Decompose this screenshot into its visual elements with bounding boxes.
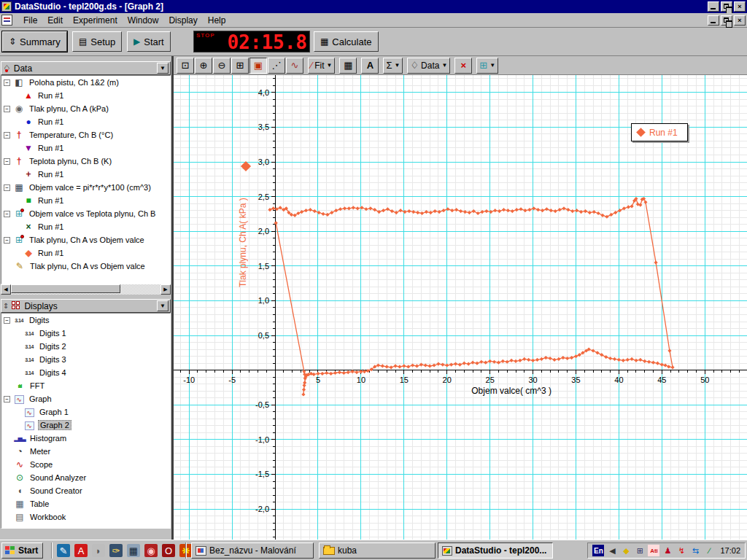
data-item-poloha-pistu-ch-1-2-m-[interactable]: −◧Poloha pistu, Ch 1&2 (m) bbox=[1, 76, 170, 89]
display-item-graph-2[interactable]: ∿Graph 2 bbox=[1, 419, 170, 432]
close-button[interactable]: × bbox=[734, 1, 746, 12]
slope-tool-button[interactable]: ⋰ bbox=[268, 58, 285, 74]
hscroll-track[interactable] bbox=[11, 284, 160, 295]
run1-data-points[interactable] bbox=[268, 197, 674, 397]
menu-display[interactable]: Display bbox=[163, 13, 202, 28]
hscroll-left-button[interactable]: ◀ bbox=[1, 284, 11, 295]
menu-edit[interactable]: Edit bbox=[42, 13, 68, 28]
quicklaunch-notes-icon[interactable]: ✎ bbox=[57, 544, 70, 557]
quicklaunch-opera-icon[interactable]: O bbox=[162, 544, 175, 557]
calculate-button[interactable]: ▦ Calculate bbox=[314, 31, 379, 52]
data-item-tlak-plynu-ch-a-kpa-[interactable]: −◉Tlak plynu, Ch A (kPa) bbox=[1, 102, 170, 115]
display-item-digits[interactable]: −3.14Digits bbox=[1, 314, 170, 327]
curve-note-button[interactable]: ∿ bbox=[286, 58, 303, 74]
restore-button[interactable] bbox=[721, 1, 732, 12]
graph-settings-dropdown[interactable]: ⊞▼ bbox=[476, 58, 498, 74]
run1-data-line[interactable] bbox=[270, 199, 673, 395]
hscroll-thumb[interactable] bbox=[11, 284, 120, 293]
data-item-tlak-plynu-ch-a-vs-objem-val[interactable]: ✎Tlak plynu, Ch A vs Objem valce bbox=[1, 260, 170, 273]
tree-expander[interactable]: − bbox=[4, 79, 10, 86]
display-item-graph-1[interactable]: ∿Graph 1 bbox=[1, 405, 170, 419]
quicklaunch-pen-icon[interactable]: ✑ bbox=[109, 544, 123, 557]
hscroll-right-button[interactable]: ▶ bbox=[160, 284, 171, 295]
menu-file[interactable]: File bbox=[18, 13, 42, 28]
tree-expander[interactable]: − bbox=[4, 184, 10, 191]
display-item-digits-3[interactable]: 3.14Digits 3 bbox=[1, 353, 170, 366]
tray-agent-icon[interactable]: ♟ bbox=[662, 545, 673, 556]
display-item-digits-1[interactable]: 3.14Digits 1 bbox=[1, 327, 170, 340]
quicklaunch-calculator-icon[interactable]: ▦ bbox=[127, 544, 140, 557]
menu-help[interactable]: Help bbox=[203, 13, 231, 28]
start-button[interactable]: ▶ Start bbox=[127, 31, 171, 52]
display-item-table[interactable]: ▦Table bbox=[1, 497, 170, 510]
run-item[interactable]: +Run #1 bbox=[1, 168, 170, 181]
tree-expander[interactable]: − bbox=[4, 211, 10, 217]
display-item-scope[interactable]: ∿Scope bbox=[1, 458, 170, 471]
run-item[interactable]: ●Run #1 bbox=[1, 115, 170, 128]
smart-tool-button[interactable]: ▣ bbox=[249, 58, 267, 74]
calculator-button[interactable]: ▦ bbox=[339, 58, 357, 74]
tree-expander[interactable]: − bbox=[4, 237, 10, 244]
data-item-objem-valce-pi-r-r-y-100-cm-[interactable]: −▦Objem valce = pi*r*r*y*100 (cm^3) bbox=[1, 181, 170, 194]
display-item-histogram[interactable]: ▂▅▃Histogram bbox=[1, 432, 170, 445]
display-item-sound-creator[interactable]: ◖Sound Creator bbox=[1, 484, 170, 497]
plot-area[interactable]: -10-551015202530354045504,03,53,02,52,01… bbox=[174, 75, 747, 540]
menu-experiment[interactable]: Experiment bbox=[68, 13, 123, 28]
zoom-select-button[interactable]: ⊞ bbox=[231, 58, 249, 74]
menu-window[interactable]: Window bbox=[123, 13, 164, 28]
zoom-out-button[interactable]: ⊖ bbox=[213, 58, 231, 74]
task-button-1[interactable]: Bez_názvu - Malování bbox=[191, 542, 314, 559]
child-restore-button[interactable] bbox=[721, 15, 732, 26]
tray-scheduler-icon[interactable]: ⊞ bbox=[634, 545, 646, 556]
zoom-in-button[interactable]: ⊕ bbox=[195, 58, 212, 74]
datastudio-app-icon[interactable] bbox=[1, 1, 12, 12]
tray-diamond-icon[interactable]: ◆ bbox=[620, 545, 632, 556]
x-axis-label[interactable]: Objem valce( cm^3 ) bbox=[471, 386, 551, 396]
display-item-meter[interactable]: ◔Meter bbox=[1, 445, 170, 458]
quicklaunch-acrobat-icon[interactable]: A bbox=[74, 544, 88, 557]
delete-button[interactable]: × bbox=[454, 58, 472, 74]
run-item[interactable]: ×Run #1 bbox=[1, 220, 170, 233]
data-dropdown[interactable]: ♢Data▼ bbox=[407, 58, 450, 74]
data-item-teplota-plynu-ch-b-k-[interactable]: −†Teplota plynu, Ch B (K) bbox=[1, 155, 170, 168]
graph-plot[interactable]: -10-551015202530354045504,03,53,02,52,01… bbox=[174, 75, 747, 540]
tray-volume-icon[interactable]: ◀ bbox=[606, 545, 618, 556]
display-item-fft[interactable]: ılılFFT bbox=[1, 379, 170, 392]
tray-sync-icon[interactable]: ⇆ bbox=[689, 545, 701, 556]
tray-power-icon[interactable]: ↯ bbox=[676, 545, 687, 556]
chevron-down-icon[interactable]: ▼ bbox=[394, 62, 400, 69]
clock[interactable]: 17:02 bbox=[720, 546, 740, 555]
data-tree-hscrollbar[interactable]: ◀ ▶ bbox=[1, 284, 171, 295]
display-item-graph[interactable]: −∿Graph bbox=[1, 392, 170, 405]
display-item-sound-analyzer[interactable]: ⊙Sound Analyzer bbox=[1, 471, 170, 484]
chevron-down-icon[interactable]: ▼ bbox=[441, 62, 447, 69]
setup-button[interactable]: ▤ Setup bbox=[72, 31, 122, 52]
graph-legend[interactable]: Run #1 bbox=[631, 123, 688, 141]
language-indicator[interactable]: En bbox=[592, 545, 604, 556]
chevron-down-icon[interactable]: ▼ bbox=[327, 62, 333, 69]
child-close-button[interactable]: × bbox=[734, 15, 746, 26]
display-item-workbook[interactable]: ▤Workbook bbox=[1, 510, 170, 524]
quicklaunch-bird-icon[interactable]: ◗ bbox=[92, 544, 105, 557]
task-button-2[interactable]: kuba bbox=[319, 542, 436, 559]
run-item[interactable]: ■Run #1 bbox=[1, 194, 170, 207]
data-item-objem-valce-vs-teplota-plynu[interactable]: −⊞Objem valce vs Teplota plynu, Ch B bbox=[1, 207, 170, 220]
chevron-down-icon[interactable]: ▼ bbox=[489, 62, 495, 69]
tree-expander[interactable]: − bbox=[4, 317, 10, 324]
start-menu-button[interactable]: Start bbox=[1, 542, 43, 559]
child-minimize-button[interactable] bbox=[708, 15, 719, 26]
tree-expander[interactable]: − bbox=[4, 396, 10, 402]
scale-to-fit-button[interactable]: ⊡ bbox=[177, 58, 194, 74]
tree-expander[interactable]: − bbox=[4, 132, 10, 139]
tree-expander[interactable]: − bbox=[4, 106, 10, 112]
text-annotation-button[interactable]: A bbox=[361, 58, 379, 74]
tray-pen-icon[interactable]: ∕ bbox=[703, 545, 715, 556]
fit-dropdown[interactable]: ∕Fit▼ bbox=[308, 58, 335, 74]
minimize-button[interactable] bbox=[708, 1, 719, 12]
tray-ati-icon[interactable]: Ati bbox=[648, 545, 659, 556]
display-item-digits-2[interactable]: 3.14Digits 2 bbox=[1, 340, 170, 353]
display-item-digits-4[interactable]: 3.14Digits 4 bbox=[1, 366, 170, 379]
data-item-tlak-plynu-ch-a-vs-objem-val[interactable]: −⊞Tlak plynu, Ch A vs Objem valce bbox=[1, 233, 170, 246]
displays-panel-dropdown-button[interactable]: ▼ bbox=[157, 300, 169, 311]
run-item[interactable]: ▼Run #1 bbox=[1, 141, 170, 155]
